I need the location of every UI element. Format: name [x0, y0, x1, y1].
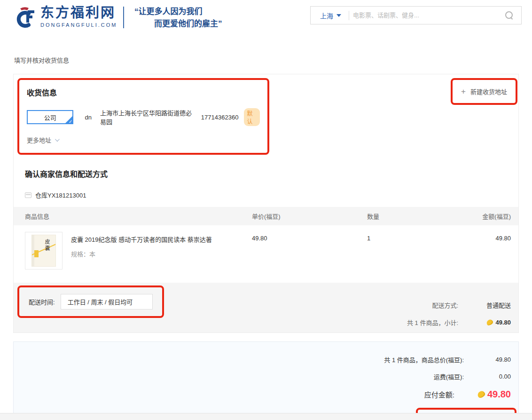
shipping-label: 运费(福豆): [434, 372, 464, 381]
default-badge: 默认 [244, 108, 260, 126]
brand-slogan: “让更多人因为我们 而更爱他们的雇主” [134, 6, 222, 31]
total-row: 共 1 件商品，商品总价(福豆): 49.80 [21, 355, 511, 364]
unit-price: 49.80 [252, 235, 367, 242]
product-image[interactable]: 皮囊 [25, 232, 63, 269]
col-product-info: 商品信息 [25, 212, 252, 221]
slogan-line2: 而更爱他们的雇主” [134, 18, 222, 30]
shipping-row: 运费(福豆): 0.00 [21, 372, 511, 381]
chevron-down-icon [55, 137, 60, 142]
subtotal-row: 共 1 件商品，小计: 49.80 [407, 318, 511, 327]
brand-logo[interactable]: 东方福利网 DONGFANGFULI.COM [13, 6, 117, 32]
book-cover-title: 皮囊 [43, 239, 51, 252]
bean-icon [477, 390, 486, 399]
product-spec: 规格：本 [71, 249, 212, 258]
address-row: 公司 ✓ dn 上海市上海长宁区华阳路街道德必易园 17714362360 默认 [27, 108, 260, 126]
total-value: 49.80 [464, 356, 511, 363]
col-amount: 金额(福豆) [469, 212, 511, 221]
search-icon[interactable] [505, 11, 514, 20]
delivery-time-label: 配送时间: [29, 297, 55, 306]
delivery-method-row: 配送方式: 普通配送 [407, 301, 511, 309]
subtotal-amount: 49.80 [495, 319, 511, 326]
address-section-title: 收货信息 [27, 87, 260, 98]
address-text: 上海市上海长宁区华阳路街道德必易园 [100, 108, 194, 126]
merchant-section-title: 确认商家信息和配送方式 [25, 168, 518, 179]
bean-icon [486, 318, 494, 326]
delivery-method-label: 配送方式: [432, 301, 458, 309]
delivery-section: 配送时间: 工作日 / 周末 / 假日均可 配送方式: 普通配送 共 1 件商品… [14, 283, 518, 333]
product-cell: 皮囊 皮囊 2019纪念版 感动千万读者的国民读本 蔡崇达著 规格：本 [25, 232, 252, 269]
warehouse-label: 仓库YX181213001 [35, 190, 86, 199]
annotation-box-address: 收货信息 公司 ✓ dn 上海市上海长宁区华阳路街道德必易园 177143623… [17, 78, 269, 155]
table-row: 皮囊 皮囊 2019纪念版 感动千万读者的国民读本 蔡崇达著 规格：本 49.8… [14, 225, 518, 279]
city-selector[interactable]: 上海 [311, 11, 346, 20]
spec-label: 规格： [71, 251, 89, 258]
book-cover-label [34, 250, 39, 257]
brand-domain: DONGFANGFULI.COM [40, 22, 117, 28]
delivery-meta: 配送方式: 普通配送 共 1 件商品，小计: 49.80 [407, 301, 511, 335]
more-addresses-label: 更多地址 [27, 135, 51, 144]
city-label: 上海 [320, 11, 333, 20]
recipient-name: dn [85, 114, 91, 121]
total-label: 共 1 件商品，商品总价(福豆): [384, 355, 464, 364]
new-address-button[interactable]: + 新建收货地址 [461, 87, 507, 96]
col-unit-price: 单价(福豆) [252, 212, 367, 221]
payable-amount: 49.80 [487, 389, 511, 400]
product-title[interactable]: 皮囊 2019纪念版 感动千万读者的国民读本 蔡崇达著 [71, 235, 212, 244]
site-header: 东方福利网 DONGFANGFULI.COM “让更多人因为我们 而更爱他们的雇… [0, 0, 532, 43]
phone-number: 17714362360 [201, 114, 239, 121]
new-address-label: 新建收货地址 [470, 87, 507, 96]
annotation-box-new-address: + 新建收货地址 [451, 78, 517, 105]
payable-value: 49.80 [454, 389, 511, 400]
payable-row: 应付金额: 49.80 [21, 389, 511, 400]
address-tag-label: 公司 [44, 113, 56, 122]
search-input[interactable] [353, 12, 505, 19]
slogan-line1: “让更多人因为我们 [134, 6, 222, 18]
search-separator [349, 11, 349, 20]
delivery-method-value: 普通配送 [458, 301, 511, 309]
annotation-box-delivery-time: 配送时间: 工作日 / 周末 / 假日均可 [17, 285, 164, 318]
amount: 49.80 [469, 235, 511, 242]
subtotal-label: 共 1 件商品，小计: [407, 318, 458, 327]
search-bar: 上海 [310, 6, 522, 24]
delivery-time-select[interactable]: 工作日 / 周末 / 假日均可 [61, 294, 153, 309]
address-tag-company[interactable]: 公司 ✓ [27, 110, 73, 124]
shipping-value: 0.00 [464, 373, 511, 380]
spec-value: 本 [89, 251, 95, 258]
col-quantity: 数量 [367, 212, 469, 221]
check-icon: ✓ [69, 119, 72, 124]
book-cover: 皮囊 [31, 235, 56, 267]
page-footer-strip [0, 413, 532, 420]
warehouse-row: 仓库YX181213001 [25, 190, 518, 199]
payable-label: 应付金额: [424, 389, 454, 399]
brand-name: 东方福利网 [40, 6, 117, 21]
warehouse-icon [25, 192, 31, 198]
caret-down-icon [336, 14, 341, 17]
brand-logo-icon [13, 6, 37, 32]
product-table-header: 商品信息 单价(福豆) 数量 金额(福豆) [14, 207, 518, 225]
order-card: 收货信息 公司 ✓ dn 上海市上海长宁区华阳路街道德必易园 177143623… [13, 74, 519, 333]
summary-panel: 共 1 件商品，商品总价(福豆): 49.80 运费(福豆): 0.00 应付金… [13, 341, 519, 420]
more-addresses-toggle[interactable]: 更多地址 [27, 135, 58, 144]
plus-icon: + [461, 87, 466, 95]
subtotal-value: 49.80 [458, 319, 511, 326]
breadcrumb: 填写并核对收货信息 [14, 55, 532, 64]
header-divider [123, 7, 124, 28]
quantity: 1 [367, 235, 469, 242]
